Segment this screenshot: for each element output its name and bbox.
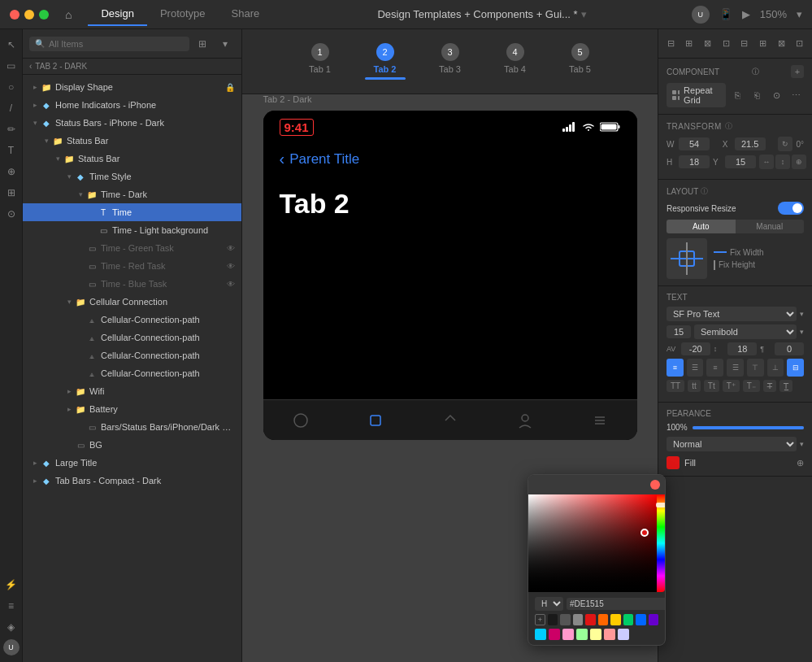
tree-item-time-dark[interactable]: ▾ 📁 Time - Dark <box>23 185 241 203</box>
align-top-btn[interactable]: ⊤ <box>747 359 764 377</box>
tree-item-display-shape[interactable]: ▸ 📁 Display Shape 🔒 <box>23 78 241 96</box>
align-bottom-icon[interactable]: ⊞ <box>754 36 771 52</box>
expand-icon[interactable]: ▸ <box>63 403 75 415</box>
align-left-icon[interactable]: ⊟ <box>662 36 679 52</box>
x-input[interactable] <box>735 137 766 150</box>
canvas-tab-1[interactable]: 1 Tab 1 <box>288 43 353 80</box>
expand-icon[interactable]: ▾ <box>63 171 75 182</box>
tree-item-cell-path4[interactable]: ⟁ Cellular-Connection-path <box>23 364 241 382</box>
para-spacing-input[interactable] <box>775 342 804 355</box>
tab-share[interactable]: Share <box>219 2 273 26</box>
swatch-red[interactable] <box>585 614 595 625</box>
tree-item-time[interactable]: T Time <box>23 203 241 221</box>
canvas-tab-5[interactable]: 5 Tab 5 <box>548 43 613 80</box>
link-icon[interactable]: ⊙ <box>768 87 784 103</box>
swatch-gray[interactable] <box>560 614 570 625</box>
expand-icon[interactable] <box>75 242 86 254</box>
minimize-button[interactable] <box>24 10 34 20</box>
search-input[interactable] <box>49 39 184 49</box>
expand-icon[interactable]: ▾ <box>41 135 52 146</box>
align-justify-btn[interactable]: ☰ <box>727 359 744 377</box>
blend-dropdown-icon[interactable]: ▾ <box>800 440 804 448</box>
canvas-tab-4[interactable]: 4 Tab 4 <box>483 43 548 80</box>
tree-item-cell-path1[interactable]: ⟁ Cellular-Connection-path <box>23 311 241 329</box>
visibility-icon[interactable]: 👁 <box>227 280 235 289</box>
height-input[interactable] <box>679 155 710 168</box>
swatch-dark[interactable] <box>548 614 558 625</box>
expand-icon[interactable] <box>75 260 86 272</box>
font-weight-select[interactable]: Semibold <box>694 324 797 339</box>
char-spacing-input[interactable] <box>681 342 710 355</box>
align-center-btn[interactable]: ☰ <box>687 359 704 377</box>
expand-icon[interactable] <box>75 278 86 290</box>
superscript-btn[interactable]: T⁺ <box>723 380 740 392</box>
component-info-icon[interactable]: ⓘ <box>752 67 759 77</box>
ellipse-tool-icon[interactable]: ○ <box>2 78 20 96</box>
repeat-grid-button[interactable]: Repeat Grid <box>667 83 726 107</box>
mobile-preview-icon[interactable]: 📱 <box>719 8 732 20</box>
artboard-tool-icon[interactable]: ⊞ <box>2 184 20 202</box>
font-dropdown-icon[interactable]: ▾ <box>800 310 804 318</box>
font-weight-dropdown-icon[interactable]: ▾ <box>800 328 804 336</box>
y-input[interactable] <box>725 155 756 168</box>
swatch-light-red[interactable] <box>604 629 615 640</box>
pen-tool-icon[interactable]: ✏ <box>2 120 20 138</box>
swatch-cyan[interactable] <box>535 629 546 640</box>
close-button[interactable] <box>10 10 20 20</box>
expand-icon[interactable]: ▾ <box>29 117 41 128</box>
expand-icon[interactable]: ▾ <box>52 153 63 164</box>
assets-icon[interactable]: ◈ <box>2 618 20 636</box>
tree-item-wifi[interactable]: ▸ 📁 Wifi <box>23 382 241 400</box>
color-picker-handle[interactable] <box>640 529 649 537</box>
hex-input[interactable] <box>567 598 666 610</box>
swatch-green[interactable] <box>623 614 633 625</box>
expand-icon[interactable]: ▸ <box>29 475 41 486</box>
tree-item-battery[interactable]: ▸ 📁 Battery <box>23 400 241 418</box>
swatch-orange[interactable] <box>598 614 608 625</box>
expand-icon[interactable]: ▸ <box>29 81 41 93</box>
swatch-light[interactable] <box>573 614 583 625</box>
play-button[interactable]: ▶ <box>742 8 750 20</box>
expand-icon[interactable]: ▸ <box>29 99 41 111</box>
align-right-icon[interactable]: ⊠ <box>700 36 716 52</box>
zoom-tool-icon[interactable]: ⊙ <box>2 205 20 223</box>
component-tool-icon[interactable]: ⊕ <box>2 163 20 181</box>
responsive-resize-toggle[interactable] <box>778 202 804 215</box>
visibility-icon[interactable]: 👁 <box>227 262 235 271</box>
distribute-v-icon[interactable]: ⊡ <box>792 36 808 52</box>
tree-item-bars-status[interactable]: ▭ Bars/Status Bars/iPhone/Dark ba... <box>23 418 241 436</box>
font-family-select[interactable]: SF Pro Text <box>667 307 797 321</box>
align-center-h-icon[interactable]: ⊞ <box>681 36 697 52</box>
chevron-down-icon[interactable]: ▾ <box>215 34 235 54</box>
tt-uppercase-btn[interactable]: TT <box>667 380 684 392</box>
swatch-blue[interactable] <box>636 614 645 625</box>
align-right-btn[interactable]: ≡ <box>706 359 723 377</box>
text-tool-icon[interactable]: T <box>2 142 20 159</box>
tree-item-time-style[interactable]: ▾ ◆ Time Style <box>23 168 241 185</box>
tree-item-large-title[interactable]: ▸ ◆ Large Title <box>23 454 241 472</box>
rotation-icon[interactable]: ↻ <box>778 137 792 151</box>
eyedropper-icon[interactable]: ⊕ <box>797 458 804 468</box>
rectangle-tool-icon[interactable]: ▭ <box>2 57 20 75</box>
swatch-light-pink[interactable] <box>562 629 574 640</box>
swatch-lavender[interactable] <box>618 629 629 640</box>
tree-item-time-light[interactable]: ▭ Time - Light background <box>23 221 241 239</box>
line-height-input[interactable] <box>727 342 757 355</box>
swatch-light-green[interactable] <box>576 629 588 640</box>
align-top-icon[interactable]: ⊡ <box>718 36 734 52</box>
manual-tab[interactable]: Manual <box>736 220 805 233</box>
breadcrumb-back-icon[interactable]: ‹ <box>29 62 32 71</box>
more-options-icon[interactable]: ▾ <box>797 8 802 20</box>
distribute-h-icon[interactable]: ⊠ <box>773 36 789 52</box>
expand-icon[interactable] <box>86 207 98 218</box>
tree-item-status-bar2[interactable]: ▾ 📁 Status Bar <box>23 150 241 168</box>
align-left-btn[interactable]: ≡ <box>667 359 684 377</box>
tree-item-time-green[interactable]: ▭ Time - Green Task 👁 <box>23 239 241 257</box>
width-input[interactable] <box>679 137 710 150</box>
swatch-yellow[interactable] <box>610 614 620 625</box>
expand-icon[interactable] <box>86 224 98 236</box>
canvas-tab-3[interactable]: 3 Tab 3 <box>418 43 483 80</box>
user-avatar-icon[interactable]: U <box>692 6 710 24</box>
color-gradient-canvas[interactable] <box>528 494 657 592</box>
user-avatar[interactable]: U <box>3 639 20 655</box>
